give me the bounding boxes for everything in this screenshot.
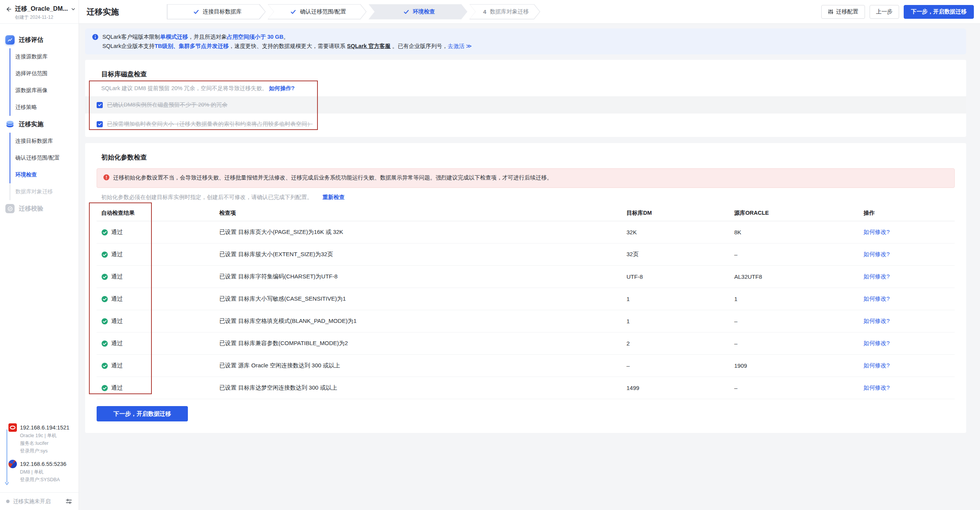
check-item-text: 已设置 目标库兼容参数(COMPATIBLE_MODE)为2 <box>219 340 626 347</box>
how-to-fix-link[interactable]: 如何修改? <box>863 229 890 235</box>
sidebar-item-confirm-scope-config[interactable]: 确认迁移范围/配置 <box>0 150 79 166</box>
section-label: 迁移实施 <box>19 120 43 128</box>
how-to-fix-link[interactable]: 如何修改? <box>863 318 890 324</box>
sidebar-item-db-object-migration: 数据库对象迁移 <box>0 183 79 200</box>
recheck-link[interactable]: 重新检查 <box>322 194 345 200</box>
how-to-operate-link[interactable]: 如何操作? <box>269 85 294 91</box>
disk-check-row: 已确认DM8实例所在磁盘预留不少于 20% 的冗余 <box>85 96 966 114</box>
space-limit-emphasis: 占用空间须小于 30 GB <box>227 34 283 40</box>
oracle-value: 1 <box>734 296 863 302</box>
how-to-fix-link[interactable]: 如何修改? <box>863 340 890 346</box>
topbar: 迁移实施 连接目标数据库 确认迁移范围/配置 <box>79 0 980 24</box>
pass-check-icon <box>101 229 108 236</box>
oracle-value: 8K <box>734 229 863 235</box>
row-status: 通过 <box>111 295 123 303</box>
sidebar-section-implementation[interactable]: 迁移实施 <box>0 116 79 133</box>
table-row: 通过 已设置 目标库空格填充模式(BLANK_PAD_MODE)为1 1 – 如… <box>97 310 955 332</box>
init-check-table: 自动检查结果 检查项 目标库DM 源库ORACLE 操作 通过 已设置 目标库页… <box>97 205 955 399</box>
double-chevron-icon[interactable]: ≫ <box>466 43 472 49</box>
row-status: 通过 <box>111 318 123 325</box>
disk-check-label: 已按需增加临时表空间大小（迁移大数据量表的索引和约束将占用较多临时表空间） <box>107 120 313 128</box>
main-area: 迁移实施 连接目标数据库 确认迁移范围/配置 <box>79 0 980 510</box>
how-to-fix-link[interactable]: 如何修改? <box>863 362 890 369</box>
migration-config-button[interactable]: 迁移配置 <box>821 5 865 19</box>
prev-step-button[interactable]: 上一步 <box>870 5 899 19</box>
official-support-link[interactable]: SQLark 官方客服 <box>347 43 391 49</box>
how-to-fix-link[interactable]: 如何修改? <box>863 273 890 280</box>
sidebar-nav: 迁移评估 连接源数据库 选择评估范围 源数据库画像 迁移策略 迁移实施 连接目标… <box>0 24 79 217</box>
target-connection: 192.168.6.55:5236 DM8 | 单机 登录用户:SYSDBA <box>0 460 79 484</box>
check-item-text: 已设置 目标库簇大小(EXTENT_SIZE)为32页 <box>219 251 626 258</box>
table-row: 通过 已设置 目标库字符集编码(CHARSET)为UTF-8 UTF-8 AL3… <box>97 266 955 288</box>
target-login-user: 登录用户:SYSDBA <box>20 476 79 484</box>
back-arrow-icon[interactable] <box>5 6 12 13</box>
panel-toggle-icon[interactable] <box>65 498 72 505</box>
dm-value: 2 <box>626 340 734 347</box>
disk-check-label: 已确认DM8实例所在磁盘预留不少于 20% 的冗余 <box>107 101 227 109</box>
check-item-text: 已设置 目标库空格填充模式(BLANK_PAD_MODE)为1 <box>219 318 626 325</box>
step-confirm-scope-config[interactable]: 确认迁移范围/配置 <box>268 4 367 20</box>
target-meta: DM8 | 单机 <box>20 468 79 476</box>
pass-check-icon <box>101 340 108 347</box>
how-to-fix-link[interactable]: 如何修改? <box>863 384 890 391</box>
pass-check-icon <box>101 318 108 325</box>
pass-check-icon <box>101 273 108 280</box>
sidebar: 迁移_Oracle_DM... 创建于 2024-11-12 迁移评估 连接源数… <box>0 0 79 510</box>
source-login-user: 登录用户:sys <box>20 447 79 455</box>
how-to-fix-link[interactable]: 如何修改? <box>863 295 890 302</box>
sidebar-item-connect-source-db[interactable]: 连接源数据库 <box>0 48 79 65</box>
check-item-text: 已设置 目标库页大小(PAGE_SIZE)为16K 或 32K <box>219 229 626 236</box>
banner-line-1: SQLark客户端版本限制单模式迁移，并且所选对象占用空间须小于 30 GB。 <box>102 32 472 41</box>
step-environment-check[interactable]: 环境检查 <box>368 4 467 20</box>
init-params-card: 初始化参数检查 迁移初始化参数设置不当，会导致迁移失败、迁移批量报错并无法修改、… <box>85 143 966 433</box>
sidebar-item-connect-target-db[interactable]: 连接目标数据库 <box>0 133 79 150</box>
dm-value: 32K <box>626 229 734 235</box>
source-address: 192.168.6.194:1521 <box>20 423 79 432</box>
step-number: 4 <box>483 8 486 15</box>
row-status: 通过 <box>111 251 123 258</box>
next-step-button[interactable]: 下一步，开启数据迁移 <box>904 5 974 19</box>
stepper: 连接目标数据库 确认迁移范围/配置 环境检查 4 数据库对象迁移 <box>167 4 540 20</box>
dm-value: – <box>626 362 734 369</box>
oracle-value: – <box>734 340 863 347</box>
sidebar-item-environment-check[interactable]: 环境检查 <box>0 166 79 183</box>
checkbox-checked-icon[interactable] <box>97 102 103 108</box>
alert-icon <box>103 174 110 183</box>
clipboard-check-icon <box>5 204 15 213</box>
sidebar-section-verification[interactable]: 迁移校验 <box>0 200 79 217</box>
activate-link[interactable]: 去激活 <box>448 43 465 49</box>
assessment-chart-icon <box>5 35 15 44</box>
chevron-down-icon[interactable] <box>71 7 76 12</box>
oracle-value: 1909 <box>734 362 863 369</box>
sidebar-item-select-assess-scope[interactable]: 选择评估范围 <box>0 65 79 82</box>
single-mode-emphasis: 单模式迁移 <box>160 34 188 40</box>
oracle-value: – <box>734 251 863 258</box>
row-status: 通过 <box>111 273 123 280</box>
col-header-target-dm: 目标库DM <box>626 209 734 217</box>
dm-value: 32页 <box>626 251 734 258</box>
project-switcher[interactable]: 迁移_Oracle_DM... <box>5 5 75 13</box>
target-address: 192.168.6.55:5236 <box>20 460 79 468</box>
start-data-migration-button[interactable]: 下一步，开启数据迁移 <box>97 406 188 421</box>
table-row: 通过 已设置 目标库簇大小(EXTENT_SIZE)为32页 32页 – 如何修… <box>97 243 955 266</box>
topbar-buttons: 迁移配置 上一步 下一步，开启数据迁移 <box>821 5 974 19</box>
check-item-text: 已设置 目标库达梦空闲连接数达到 300 或以上 <box>219 384 626 392</box>
step-connect-target-db[interactable]: 连接目标数据库 <box>167 4 266 20</box>
col-header-check-item: 检查项 <box>219 209 626 217</box>
migration-status-bar: 迁移实施未开启 <box>0 492 79 510</box>
sidebar-item-source-db-profile[interactable]: 源数据库画像 <box>0 82 79 99</box>
pass-check-icon <box>101 362 108 369</box>
col-header-source-oracle: 源库ORACLE <box>734 209 863 217</box>
pass-check-icon <box>101 385 108 392</box>
checkbox-checked-icon[interactable] <box>97 121 103 127</box>
check-item-text: 已设置 目标库大小写敏感(CASE_SENSITIVE)为1 <box>219 295 626 303</box>
disk-check-hint: SQLark 建议 DM8 提前预留 20% 冗余，空间不足将导致迁移失败。 如… <box>101 84 955 92</box>
info-icon <box>92 34 99 51</box>
enterprise-emphasis: TB级别、集群多节点并发迁移 <box>155 43 229 49</box>
sidebar-section-assessment[interactable]: 迁移评估 <box>0 31 79 48</box>
row-status: 通过 <box>111 229 123 236</box>
init-params-title: 初始化参数检查 <box>101 153 955 162</box>
sidebar-item-migration-strategy[interactable]: 迁移策略 <box>0 99 79 116</box>
how-to-fix-link[interactable]: 如何修改? <box>863 251 890 257</box>
database-stack-icon <box>5 120 15 129</box>
